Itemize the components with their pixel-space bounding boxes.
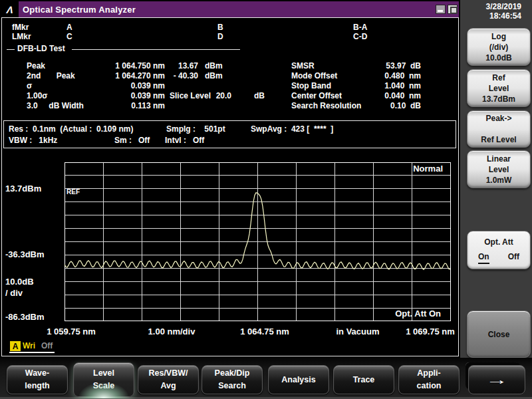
analysis-row-label: σ <box>27 82 32 90</box>
trace-write-mode: Wri <box>23 342 35 350</box>
softkey-ref-level[interactable]: Ref Level 13.7dBm <box>467 69 531 107</box>
res-setting: Res : 0.1nm (Actual : 0.109 nm) <box>9 125 133 134</box>
analysis-row-wavelength: 0.113 nm <box>86 102 165 110</box>
sampling-setting: Smplg : 501pt <box>166 125 225 134</box>
maximize-button[interactable] <box>448 5 458 14</box>
menu-analysis[interactable]: Analysis <box>268 365 329 394</box>
fmkr-label: fMkr <box>12 23 29 32</box>
opt-att-status-label: Opt. Att On <box>366 309 441 318</box>
analysis-group-title: DFB-LD Test <box>17 45 65 53</box>
x-axis-medium: in Vacuum <box>318 327 398 336</box>
x-axis-center: 1 064.75 nm <box>225 327 305 336</box>
analysis-row-label: 3.0 dB Width <box>27 102 84 110</box>
analysis-row-value: 0.040 nm <box>319 92 421 100</box>
marker-cd-label: C-D <box>353 33 367 41</box>
datetime-display: 3/28/2019 18:46:54 <box>460 2 521 21</box>
opt-att-off-option[interactable]: Off <box>508 251 519 264</box>
group-rule-right <box>72 49 240 50</box>
menu-level-scale[interactable]: LevelScale <box>73 362 134 397</box>
y-axis-scale: 10.0dB <box>5 277 34 286</box>
y-axis-mid-level: -36.3dBm <box>5 250 45 259</box>
lmkr-label: LMkr <box>12 33 31 41</box>
anritsu-logo-icon: Λ <box>1 1 19 17</box>
marker-ba-label: B-A <box>353 23 367 32</box>
analysis-row-wavelength: 0.039 nm <box>86 92 165 100</box>
time-label: 18:46:54 <box>460 11 521 21</box>
interval-setting: Intvl : Off <box>165 136 204 145</box>
slice-level-value: 20.0 <box>200 92 231 100</box>
window-title: Optical Spectrum Analyzer <box>23 5 136 15</box>
marker-a-label: A <box>66 23 72 32</box>
osa-screen: { "window": { "title": "Optical Spectrum… <box>0 0 532 399</box>
menu-wavelength[interactable]: Wave-length <box>7 365 68 394</box>
softkey-close[interactable]: Close <box>467 311 531 358</box>
trace-write-state: Off <box>41 342 53 350</box>
vbw-setting: VBW : 1kHz <box>9 136 57 145</box>
trace-underline <box>9 352 55 353</box>
ref-line-label: REF <box>66 189 80 196</box>
softkey-opt-att[interactable]: Opt. Att On Off <box>467 231 531 269</box>
menu-res-vbw-avg[interactable]: Res/VBW/Avg <box>138 365 199 394</box>
y-axis-ref-level: 13.7dBm <box>5 184 41 193</box>
softkey-peak-to-ref-level[interactable]: Peak-> Ref Level <box>467 110 531 148</box>
marker-c-label: C <box>66 33 72 41</box>
right-arrow-icon: → <box>485 374 508 386</box>
minimize-button[interactable] <box>436 5 446 14</box>
analysis-row-value: 0.10 dB <box>319 102 421 110</box>
date-label: 3/28/2019 <box>460 2 521 11</box>
marker-b-label: B <box>217 23 223 32</box>
marker-d-label: D <box>217 33 223 41</box>
softkey-linear-level[interactable]: Linear Level 1.0mW <box>467 150 531 188</box>
y-axis-bottom-level: -86.3dBm <box>5 313 45 321</box>
x-axis-stop: 1 069.75 nm <box>390 327 470 336</box>
y-axis-scale-unit: / div <box>5 289 23 297</box>
menu-peak-dip-search[interactable]: Peak/DipSearch <box>201 365 263 394</box>
analysis-row-value: 0.480 nm <box>319 72 421 80</box>
group-rule-left <box>7 49 15 50</box>
softkey-log-div[interactable]: Log (/div) 10.0dB <box>467 28 531 66</box>
analysis-row-label: SMSR <box>291 62 315 70</box>
analysis-row-label: Peak <box>27 62 45 70</box>
menu-trace[interactable]: Trace <box>333 365 394 394</box>
analysis-row-wavelength: 0.039 nm <box>86 82 165 90</box>
x-axis-span: 1.00 nm/div <box>132 327 211 336</box>
analysis-row-unit: dBm <box>205 72 223 80</box>
analysis-row-label: 1.00σ <box>27 92 48 100</box>
x-axis-start: 1 059.75 nm <box>31 327 111 336</box>
sweep-average-setting: SwpAvg : 423 [ **** ] <box>251 125 333 134</box>
menu-application[interactable]: Appli-cation <box>398 365 460 394</box>
spectrum-plot <box>65 162 451 321</box>
trace-mode-label: Normal <box>370 164 443 173</box>
analysis-row-level: 13.67 <box>152 62 198 70</box>
analysis-row-unit: dBm <box>205 62 223 70</box>
opt-att-on-option[interactable]: On <box>478 251 489 264</box>
menu-more-arrow[interactable]: → <box>468 365 525 394</box>
trace-a-badge: A <box>10 341 21 351</box>
analysis-row-label: 2nd Peak <box>27 72 75 80</box>
analysis-row-level: - 40.30 <box>152 72 198 80</box>
slice-level-unit: dB <box>254 92 265 100</box>
analysis-row-value: 53.97 dB <box>319 62 421 70</box>
analysis-row-value: 1.040 nm <box>319 82 421 90</box>
title-bar: Λ Optical Spectrum Analyzer <box>1 1 459 17</box>
smooth-setting: Sm : Off <box>114 136 150 145</box>
